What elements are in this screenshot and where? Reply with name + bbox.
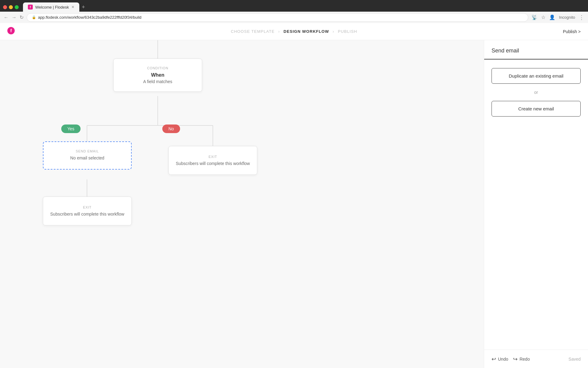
exit-node-1-text: Subscribers will complete this workflow [175,161,251,166]
breadcrumb-arrow-2: › [333,29,334,34]
lock-icon: 🔒 [32,15,36,19]
window-controls [3,5,19,9]
yes-badge: Yes [61,125,81,133]
panel-title: Send email [492,48,581,59]
tab-title: Welcome | Flodesk [35,5,69,10]
right-panel: Send email Duplicate an existing email o… [484,40,588,368]
exit-node-2-label: EXIT [49,205,125,209]
url-text: app.flodesk.com/workflow/6343c2ba9dfe222… [38,15,141,20]
browser-chrome: f Welcome | Flodesk ✕ + ← → ↻ 🔒 app.flod… [0,0,588,23]
flodesk-logo-icon: f [7,27,15,34]
app-logo: f [7,27,15,36]
bottom-bar: ↩ Undo ↪ Redo Saved [484,350,588,368]
condition-node[interactable]: CONDITION When A field matches [113,59,202,92]
url-input[interactable]: 🔒 app.flodesk.com/workflow/6343c2ba9dfe2… [27,13,528,22]
breadcrumb-arrow-1: › [278,29,280,34]
tab-close-icon[interactable]: ✕ [71,5,74,9]
main-layout: CONDITION When A field matches Yes No SE… [0,40,588,368]
condition-node-label: CONDITION [120,66,196,70]
undo-button[interactable]: ↩ Undo [492,356,508,362]
exit-node-1[interactable]: EXIT Subscribers will complete this work… [168,146,257,175]
duplicate-email-button[interactable]: Duplicate an existing email [492,68,581,84]
send-email-node-title: No email selected [50,155,125,160]
bookmark-icon[interactable]: ☆ [541,14,545,20]
breadcrumb-publish[interactable]: PUBLISH [338,29,357,34]
tab-favicon-icon: f [28,5,33,10]
create-new-email-button[interactable]: Create new email [492,101,581,117]
no-badge: No [162,125,180,133]
new-tab-icon[interactable]: + [82,4,85,10]
svg-text:f: f [10,28,12,33]
panel-content: Duplicate an existing email or Create ne… [484,59,588,368]
close-window-btn[interactable] [3,5,7,9]
condition-node-subtitle: A field matches [120,79,196,84]
panel-header: Send email [484,40,588,59]
breadcrumb-choose-template[interactable]: CHOOSE TEMPLATE [231,29,275,34]
exit-node-2-text: Subscribers will complete this workflow [49,212,125,217]
condition-node-title: When [120,72,196,78]
redo-icon: ↪ [513,356,518,362]
redo-button[interactable]: ↪ Redo [513,356,530,362]
reload-btn[interactable]: ↻ [20,14,24,20]
minimize-window-btn[interactable] [9,5,13,9]
undo-icon: ↩ [492,356,496,362]
send-email-node-label: SEND EMAIL [50,149,125,153]
profile-icon[interactable]: 👤 [549,14,555,20]
exit-node-2[interactable]: EXIT Subscribers will complete this work… [43,197,132,225]
or-divider: or [492,90,581,95]
forward-btn[interactable]: → [12,15,17,20]
back-btn[interactable]: ← [4,15,9,20]
undo-redo-group: ↩ Undo ↪ Redo [492,356,530,362]
undo-label: Undo [498,357,508,362]
saved-status: Saved [568,357,581,362]
address-bar: ← → ↻ 🔒 app.flodesk.com/workflow/6343c2b… [0,12,588,23]
workflow-canvas[interactable]: CONDITION When A field matches Yes No SE… [0,40,484,368]
cast-icon: 📡 [531,14,537,20]
publish-button[interactable]: Publish > [563,29,581,34]
browser-tab[interactable]: f Welcome | Flodesk ✕ [23,2,79,12]
redo-label: Redo [519,357,530,362]
breadcrumb-design-workflow[interactable]: DESIGN WORKFLOW [284,29,329,34]
address-actions: 📡 ☆ 👤 Incognito ⋮ [531,14,584,21]
send-email-node[interactable]: SEND EMAIL No email selected [43,141,132,170]
app-header: f CHOOSE TEMPLATE › DESIGN WORKFLOW › PU… [0,23,588,40]
breadcrumb: CHOOSE TEMPLATE › DESIGN WORKFLOW › PUBL… [231,29,357,34]
exit-node-1-label: EXIT [175,155,251,159]
incognito-label: Incognito [559,15,575,20]
maximize-window-btn[interactable] [15,5,19,9]
more-options-btn[interactable]: ⋮ [579,14,584,21]
